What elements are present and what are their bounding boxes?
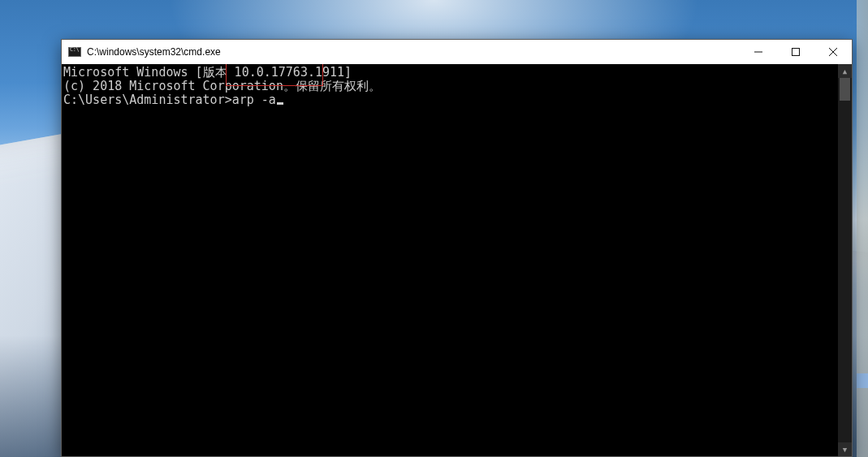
window-title: C:\windows\system32\cmd.exe [87,46,221,58]
scrollbar-down-arrow-icon[interactable]: ▼ [838,442,852,456]
close-icon [829,48,837,56]
maximize-button[interactable] [777,40,814,64]
maximize-icon [792,48,800,56]
minimize-button[interactable] [740,40,777,64]
cmd-icon [68,47,81,57]
desktop-right-edge [857,0,868,457]
terminal-line-copyright: (c) 2018 Microsoft Corporation。保留所有权利。 [63,80,836,93]
scrollbar-thumb[interactable] [840,78,850,101]
scrollbar-up-arrow-icon[interactable]: ▲ [838,64,852,78]
svg-rect-1 [792,49,800,56]
vertical-scrollbar[interactable]: ▲ ▼ [838,64,852,456]
terminal-line-version: Microsoft Windows [版本 10.0.17763.1911] [63,66,836,80]
terminal-command: arp -a [232,93,276,107]
desktop-right-edge-highlight [857,373,868,388]
terminal-body[interactable]: Microsoft Windows [版本 10.0.17763.1911](c… [62,64,852,456]
minimize-icon [754,48,762,56]
close-button[interactable] [814,40,852,64]
terminal-prompt-line: C:\Users\Administrator>arp -a [63,93,283,107]
terminal-cursor [277,102,283,105]
titlebar[interactable]: C:\windows\system32\cmd.exe [62,40,852,64]
terminal-prompt: C:\Users\Administrator> [63,93,232,107]
window-controls [740,40,852,64]
scrollbar-track[interactable] [838,78,852,442]
terminal-content[interactable]: Microsoft Windows [版本 10.0.17763.1911](c… [62,64,838,456]
cmd-window: C:\windows\system32\cmd.exe Microsoft Wi… [61,39,853,457]
